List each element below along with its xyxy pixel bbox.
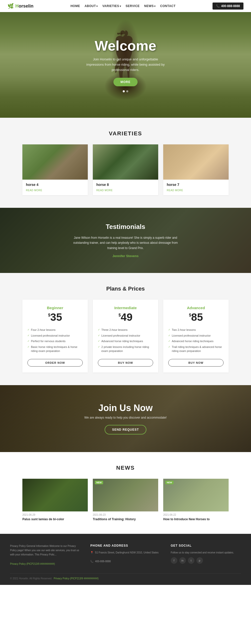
social-facebook-icon[interactable]: f	[171, 557, 177, 564]
footer-bottom-link[interactable]: Privacy Policy (PICP213/9 ##########)	[54, 577, 98, 580]
plan-price-advanced: $ 85	[168, 312, 224, 323]
news-date-3: 2021-06-22	[163, 513, 229, 516]
variety-card-1: horse 4 READ MORE	[22, 144, 88, 195]
news-image-1	[22, 479, 88, 511]
social-instagram-icon[interactable]: in	[179, 557, 186, 564]
logo-text: Horselin	[15, 4, 33, 9]
footer-address-text: 51 Francis Street, Darlinghurst NSW 2010…	[95, 551, 158, 554]
footer-contact-title: PHONE AND ADDRESS	[90, 544, 160, 547]
plan-price-intermediate: $ 49	[98, 312, 153, 323]
feature-i-3: Advanced horse riding techniques	[98, 338, 153, 344]
feature-b-3: Perfect for nervous students	[27, 338, 83, 344]
variety-read-more-3[interactable]: READ MORE	[167, 189, 183, 192]
feature-a-2: Licensed professional instructor	[168, 333, 224, 339]
footer-bottom: © 2021 Horselin. All Rights Reserved. Pr…	[10, 573, 241, 580]
nav-contact[interactable]: CONTACT	[160, 4, 176, 8]
plan-title-intermediate: Intermediate	[98, 306, 153, 310]
plan-amount-advanced: 85	[191, 312, 203, 323]
location-icon: 📍	[90, 551, 93, 554]
news-image-3: NEW	[163, 479, 229, 511]
plans-grid: Beginner $ 35 Four 2-hour lessons Licens…	[10, 300, 241, 373]
footer-social-title: GET SOCIAL	[171, 544, 241, 547]
variety-info-1: horse 4 READ MORE	[22, 180, 88, 195]
footer: Privacy Policy General Information Welco…	[0, 534, 251, 585]
variety-card-2: horse 8 READ MORE	[93, 144, 158, 195]
plan-card-intermediate: Intermediate $ 49 Three 2-hour lessons L…	[93, 300, 158, 373]
footer-social-text: Follow us to stay connected and receive …	[171, 550, 241, 555]
hero-dot-2[interactable]	[126, 90, 128, 92]
nav-home[interactable]: HOME	[70, 4, 80, 8]
news-date-2: 2021-06-23	[93, 513, 158, 516]
nav-news[interactable]: NEWS	[144, 4, 156, 8]
plan-card-beginner: Beginner $ 35 Four 2-hour lessons Licens…	[22, 300, 88, 373]
plan-dollar-2: $	[118, 313, 121, 317]
news-article-title-2[interactable]: Traditions of Training: History	[93, 517, 158, 521]
hero-dots	[85, 90, 166, 92]
news-grid: 2021-06-29 Palus sunt lamias de bi-color…	[10, 479, 241, 521]
phone-number: 400-888-8888	[221, 4, 240, 8]
plans-section: Plans & Prices Beginner $ 35 Four 2-hour…	[0, 273, 251, 385]
footer-copyright: © 2021 Horselin. All Rights Reserved.	[10, 577, 52, 580]
phone-icon: 📞	[216, 4, 220, 8]
plan-amount-beginner: 35	[50, 312, 62, 323]
nav-varieties[interactable]: VARIETIES	[102, 4, 121, 8]
variety-read-more-2[interactable]: READ MORE	[96, 189, 113, 192]
logo-leaf-icon: 🌿	[8, 3, 14, 9]
footer-phone: 📞 400-888-8888	[90, 559, 160, 564]
navbar: 🌿 Horselin HOME ABOUT VARIETIES SERVICE …	[0, 0, 251, 12]
social-twitter-icon[interactable]: t	[188, 557, 194, 564]
hero-content: Welcome Join Horselin to get unique and …	[85, 37, 166, 92]
feature-b-4: Basic horse riding techniques & horse ri…	[27, 344, 83, 354]
hero-dot-1[interactable]	[123, 90, 125, 92]
footer-col-contact: PHONE AND ADDRESS 📍 51 Francis Street, D…	[90, 544, 160, 566]
news-article-title-1[interactable]: Palus sunt lamias de bi-color	[22, 517, 88, 521]
plan-card-advanced: Advanced $ 85 Two 2-hour lessons License…	[163, 300, 229, 373]
join-us-title: Join Us Now	[10, 403, 241, 413]
variety-info-3: horse 7 READ MORE	[163, 180, 229, 195]
variety-image-3	[163, 144, 229, 180]
plan-features-intermediate: Three 2-hour lessons Licensed profession…	[98, 327, 153, 354]
footer-grid: Privacy Policy General Information Welco…	[10, 544, 241, 566]
testimonials-author: Jennifer Stevens	[10, 254, 241, 258]
news-image-2: NEW	[93, 479, 158, 511]
plan-amount-intermediate: 49	[121, 312, 133, 323]
variety-image-1	[22, 144, 88, 180]
nav-about[interactable]: ABOUT	[85, 4, 98, 8]
variety-read-more-1[interactable]: READ MORE	[26, 189, 42, 192]
logo[interactable]: 🌿 Horselin	[8, 3, 33, 9]
news-article-title-3[interactable]: How to Introduce New Horses to	[163, 517, 229, 521]
footer-privacy-text: Privacy Policy General Information Welco…	[10, 544, 80, 557]
feature-b-1: Four 2-hour lessons	[27, 327, 83, 333]
news-section: NEWS 2021-06-29 Palus sunt lamias de bi-…	[0, 452, 251, 534]
nav-service[interactable]: SERVICE	[125, 4, 140, 8]
varieties-grid: horse 4 READ MORE horse 8 READ MORE hors…	[10, 144, 241, 195]
feature-a-3: Advanced horse riding techniques	[168, 338, 224, 344]
plan-price-beginner: $ 35	[27, 312, 83, 323]
variety-image-2	[93, 144, 158, 180]
hero-subtitle: Join Horselin to get unique and unforget…	[85, 57, 166, 72]
news-date-1: 2021-06-29	[22, 513, 88, 516]
plan-title-beginner: Beginner	[27, 306, 83, 310]
footer-privacy-link[interactable]: Privacy Policy (PICP213/9 ##########)	[10, 562, 55, 565]
join-us-subtitle: We are always ready to help you discover…	[10, 416, 241, 419]
news-title: NEWS	[10, 465, 241, 471]
variety-name-1: horse 4	[26, 183, 84, 187]
testimonials-title: Testimonials	[10, 223, 241, 231]
varieties-section: VARIETIES horse 4 READ MORE horse 8 READ…	[0, 118, 251, 208]
testimonials-quote: Jane Wilson from Horselin is a real trea…	[70, 235, 181, 251]
feature-a-4: Trail riding techniques & advanced horse…	[168, 344, 224, 354]
news-card-2: NEW 2021-06-23 Traditions of Training: H…	[93, 479, 158, 521]
send-request-button[interactable]: SEND REQUEST	[105, 425, 147, 434]
plan-buy-button-advanced[interactable]: BUY NOW	[168, 359, 224, 367]
hero-more-button[interactable]: MORE	[113, 78, 138, 86]
variety-name-3: horse 7	[167, 183, 225, 187]
phone-footer-icon: 📞	[90, 560, 93, 563]
plan-order-button[interactable]: ORDER NOW	[27, 359, 83, 367]
phone-button[interactable]: 📞 400-888-8888	[213, 3, 243, 10]
testimonials-section: Testimonials Jane Wilson from Horselin i…	[0, 208, 251, 273]
plan-buy-button-intermediate[interactable]: BUY NOW	[98, 359, 153, 367]
feature-i-2: Licensed professional instructor	[98, 333, 153, 339]
social-pinterest-icon[interactable]: p	[196, 557, 203, 564]
variety-name-2: horse 8	[96, 183, 155, 187]
variety-info-2: horse 8 READ MORE	[93, 180, 158, 195]
